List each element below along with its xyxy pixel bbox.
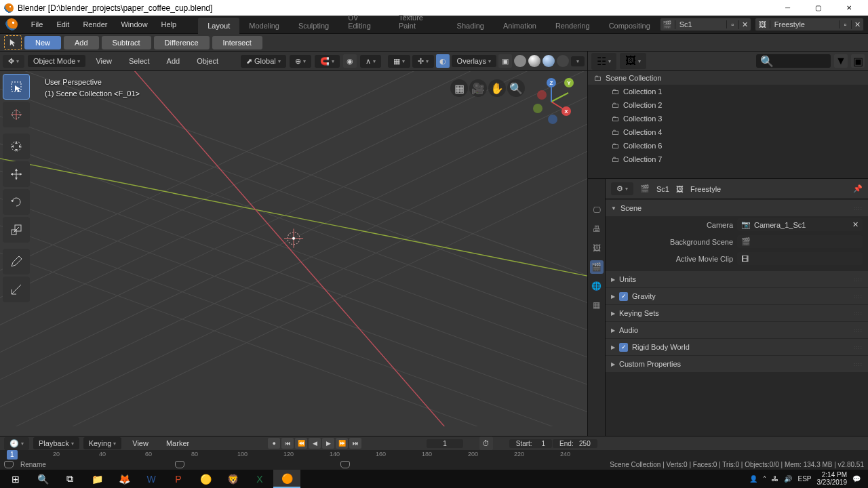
tab-rendering[interactable]: Rendering <box>546 18 599 34</box>
nav-zoom-icon[interactable]: 🔍 <box>507 79 525 97</box>
panel-audio[interactable]: ▶Audio:::: <box>606 322 868 338</box>
powerpoint-icon[interactable]: P <box>165 470 192 488</box>
outliner-collection-row[interactable]: 🗀Collection 4 <box>588 125 868 139</box>
vh-view[interactable]: View <box>89 54 119 68</box>
maximize-button[interactable]: ▢ <box>803 0 833 16</box>
outliner-collection-row[interactable]: 🗀Collection 3 <box>588 112 868 125</box>
tab-uv-editing[interactable]: UV Editing <box>338 9 389 34</box>
scene-selector[interactable]: 🎬 Sc1 ▫ ✕ <box>660 18 751 31</box>
select-add-button[interactable]: Add <box>64 36 99 49</box>
axis-neg-x-icon[interactable] <box>537 90 547 100</box>
outliner-display-dropdown[interactable]: 🖼 ▾ <box>620 53 646 69</box>
axis-neg-y-icon[interactable] <box>533 104 542 113</box>
menu-edit[interactable]: Edit <box>50 18 76 31</box>
nav-perspective-icon[interactable]: 🎥 <box>469 79 487 97</box>
excel-icon[interactable]: X <box>246 470 273 488</box>
ptab-world-icon[interactable]: 🌐 <box>590 279 604 293</box>
tray-chevron-icon[interactable]: ˄ <box>763 475 766 483</box>
rigid-body-checkbox[interactable]: ✓ <box>619 343 628 352</box>
viewlayer-delete-icon[interactable]: ✕ <box>851 20 863 29</box>
panel-custom-props[interactable]: ▶Custom Properties:::: <box>606 356 868 372</box>
snap-dropdown[interactable]: 🧲 ▾ <box>315 55 340 68</box>
taskbar-search-icon[interactable]: 🔍 <box>29 470 56 488</box>
axis-neg-z-icon[interactable] <box>548 115 557 124</box>
vh-object[interactable]: Object <box>190 54 225 68</box>
ptab-scene-icon[interactable]: 🎬 <box>590 260 604 274</box>
outliner-new-collection-icon[interactable]: ▣ <box>851 54 865 68</box>
editor-type-dropdown[interactable]: ✥ ▾ <box>3 55 24 68</box>
tray-clock[interactable]: 2:14 PM3/23/2019 <box>817 472 848 486</box>
select-difference-button[interactable]: Difference <box>154 36 210 49</box>
firefox-icon[interactable]: 🦊 <box>111 470 138 488</box>
menu-window[interactable]: Window <box>114 18 154 31</box>
gravity-checkbox[interactable]: ✓ <box>619 292 628 301</box>
tab-animation[interactable]: Animation <box>494 18 546 34</box>
jump-start-icon[interactable]: ⏮ <box>281 438 294 449</box>
visibility-dropdown[interactable]: ▦ ▾ <box>388 55 410 68</box>
shading-wireframe-icon[interactable] <box>514 55 526 67</box>
start-frame-field[interactable]: Start: 1 <box>509 439 552 448</box>
tab-sculpting[interactable]: Sculpting <box>289 18 338 34</box>
props-editor-dropdown[interactable]: ⚙ ▾ <box>611 182 633 195</box>
orientation-dropdown[interactable]: ⬈ Global ▾ <box>241 55 286 68</box>
tab-layout[interactable]: Layout <box>198 18 239 34</box>
tray-lang[interactable]: ESP <box>797 475 811 483</box>
ptab-object-icon[interactable]: ▦ <box>590 298 604 312</box>
panel-keying[interactable]: ▶Keying Sets:::: <box>606 305 868 321</box>
panel-scene[interactable]: ▼Scene:::: <box>606 200 868 216</box>
axis-y-icon[interactable]: Y <box>564 78 574 87</box>
tab-texture-paint[interactable]: Texture Paint <box>389 9 448 34</box>
preview-range-icon[interactable]: ⏱ <box>479 436 493 450</box>
select-new-button[interactable]: New <box>24 36 61 49</box>
movie-clip-field[interactable]: 🎞 <box>737 252 863 265</box>
outliner-collection-row[interactable]: 🗀Collection 1 <box>588 85 868 98</box>
tray-volume-icon[interactable]: 🔊 <box>784 475 792 483</box>
bg-scene-field[interactable]: 🎬 <box>737 235 863 248</box>
chrome-icon[interactable]: 🟡 <box>192 470 219 488</box>
tool-move[interactable] <box>3 134 30 159</box>
tab-shading[interactable]: Shading <box>448 18 494 34</box>
outliner-editor-dropdown[interactable]: ☷ ▾ <box>591 53 616 70</box>
end-frame-field[interactable]: End: 250 <box>553 439 597 448</box>
playhead[interactable]: 1 <box>7 450 18 460</box>
current-frame-field[interactable]: 1 <box>427 439 463 448</box>
axis-x-icon[interactable]: X <box>561 106 571 116</box>
shading-solid-icon[interactable] <box>528 55 540 67</box>
viewlayer-browse-icon[interactable]: ▫ <box>839 20 851 28</box>
proportional-edit-icon[interactable]: ◉ <box>343 54 357 68</box>
tl-view[interactable]: View <box>125 436 155 450</box>
camera-field[interactable]: 📷Camera_1_Sc1✕ <box>737 218 863 231</box>
blender-logo-icon[interactable] <box>5 18 18 30</box>
outliner-scene-row[interactable]: 🗀Scene Collection <box>588 71 868 85</box>
scene-browse-icon[interactable]: ▫ <box>726 20 738 28</box>
play-icon[interactable]: ▶ <box>322 438 334 449</box>
tray-people-icon[interactable]: 👤 <box>749 475 757 483</box>
panel-gravity[interactable]: ▶✓Gravity:::: <box>606 288 868 304</box>
menu-help[interactable]: Help <box>155 18 184 31</box>
outliner-search[interactable]: 🔍 <box>756 54 831 68</box>
explorer-icon[interactable]: 📁 <box>83 470 111 488</box>
clear-icon[interactable]: ✕ <box>852 220 859 229</box>
panel-units[interactable]: ▶Units:::: <box>606 271 868 287</box>
tab-compositing[interactable]: Compositing <box>599 18 660 34</box>
tool-select-box[interactable] <box>3 74 30 100</box>
timeline-editor-dropdown[interactable]: 🕘 ▾ <box>4 437 29 450</box>
overlays-toggle-icon[interactable]: ◐ <box>436 54 450 68</box>
brave-icon[interactable]: 🦁 <box>219 470 246 488</box>
blender-taskbar-icon[interactable]: 🟠 <box>273 470 300 488</box>
shading-rendered-icon[interactable] <box>557 55 569 67</box>
panel-rigid-body[interactable]: ▶✓Rigid Body World:::: <box>606 339 868 355</box>
viewlayer-selector[interactable]: 🖼 Freestyle ▫ ✕ <box>755 18 864 31</box>
tray-network-icon[interactable]: 🖧 <box>772 475 778 483</box>
tl-keying[interactable]: Keying ▾ <box>83 437 122 449</box>
play-reverse-icon[interactable]: ◀ <box>309 438 321 449</box>
vh-select[interactable]: Select <box>122 54 157 68</box>
outliner-filter-icon[interactable]: ▼ <box>834 54 848 68</box>
xray-icon[interactable]: ▣ <box>498 54 512 68</box>
tray-notifications-icon[interactable]: 💬 <box>852 475 861 483</box>
shading-lookdev-icon[interactable] <box>542 55 555 67</box>
minimize-button[interactable]: ─ <box>772 0 803 16</box>
pivot-dropdown[interactable]: ⊕ ▾ <box>290 55 311 68</box>
tool-rotate[interactable] <box>3 189 30 215</box>
taskview-icon[interactable]: ⧉ <box>56 470 83 488</box>
